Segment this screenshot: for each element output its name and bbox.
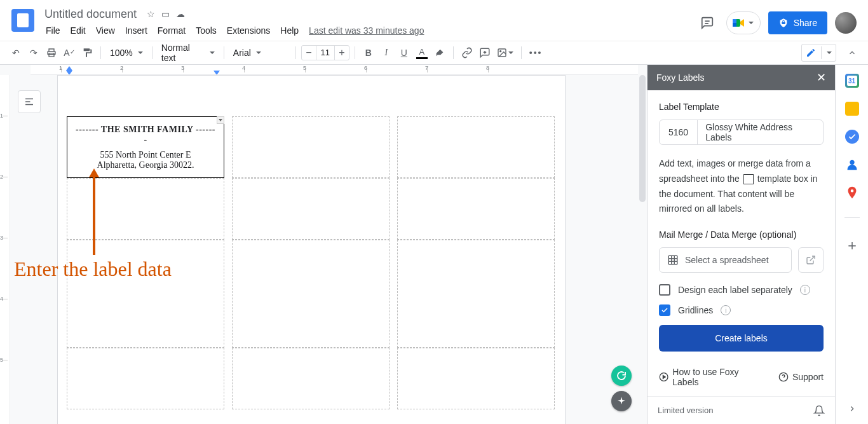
document-page[interactable]: ------- THE SMITH FAMILY ------- 555 Nor… xyxy=(57,75,566,424)
document-title[interactable]: Untitled document xyxy=(41,8,140,21)
editing-mode-dropdown[interactable] xyxy=(801,44,836,62)
label-line1: ------- THE SMITH FAMILY ------- xyxy=(75,125,216,145)
label-cell[interactable] xyxy=(232,348,390,409)
label-line2: 555 North Point Center E xyxy=(75,150,216,160)
menu-help[interactable]: Help xyxy=(275,23,304,38)
paint-format-button[interactable] xyxy=(79,44,95,61)
notifications-icon[interactable] xyxy=(813,405,825,416)
account-avatar[interactable] xyxy=(835,12,857,34)
label-cell[interactable] xyxy=(397,116,555,178)
keep-icon[interactable] xyxy=(845,102,859,116)
design-each-label: Design each label separately xyxy=(678,285,792,295)
section-label-template: Label Template xyxy=(659,102,824,112)
svg-point-28 xyxy=(850,189,853,193)
svg-rect-3 xyxy=(733,19,736,23)
move-icon[interactable]: ▭ xyxy=(161,9,170,19)
text-color-button[interactable]: A xyxy=(414,44,430,61)
redo-button[interactable]: ↷ xyxy=(25,44,42,61)
addon-sidebar: Foxy Labels ✕ Label Template 5160 Glossy… xyxy=(647,65,835,424)
menu-bar: File Edit View Insert Format Tools Exten… xyxy=(41,22,696,39)
annotation-arrow xyxy=(88,168,100,257)
font-size-increase[interactable]: + xyxy=(335,47,349,58)
docs-logo[interactable] xyxy=(11,9,34,32)
collapse-toolbar-button[interactable] xyxy=(844,44,860,61)
howto-link[interactable]: How to use Foxy Labels xyxy=(659,367,763,387)
svg-rect-4 xyxy=(733,23,736,27)
svg-line-22 xyxy=(810,256,815,261)
vertical-ruler[interactable]: 1 2 3 4 5 xyxy=(0,75,10,424)
comments-icon[interactable] xyxy=(696,11,719,34)
star-icon[interactable]: ☆ xyxy=(147,9,155,19)
label-cell[interactable] xyxy=(397,240,555,348)
menu-edit[interactable]: Edit xyxy=(65,23,91,38)
support-link[interactable]: Support xyxy=(778,367,824,387)
label-cell[interactable] xyxy=(397,348,555,409)
maps-icon[interactable] xyxy=(845,186,859,200)
label-cell[interactable] xyxy=(67,348,224,409)
grammarly-icon[interactable] xyxy=(611,366,632,386)
calendar-icon[interactable]: 31 xyxy=(845,74,859,88)
sidebar-footer-text: Limited version xyxy=(658,406,713,415)
contacts-icon[interactable] xyxy=(845,158,859,172)
add-addon-button[interactable]: ＋ xyxy=(845,236,859,255)
template-box-icon xyxy=(743,174,754,184)
menu-insert[interactable]: Insert xyxy=(120,23,153,38)
bold-button[interactable]: B xyxy=(360,44,377,61)
undo-button[interactable]: ↶ xyxy=(8,44,24,61)
underline-button[interactable]: U xyxy=(396,44,412,61)
sidebar-help-text: Add text, images or merge data from a sp… xyxy=(659,156,824,217)
menu-file[interactable]: File xyxy=(41,23,65,38)
info-icon[interactable]: i xyxy=(721,305,731,315)
side-panel-rail: 31 ＋ xyxy=(835,65,868,424)
menu-view[interactable]: View xyxy=(91,23,120,38)
hide-panel-button[interactable] xyxy=(843,400,861,418)
close-icon[interactable]: ✕ xyxy=(817,71,826,85)
template-name: Glossy White Address Labels xyxy=(698,122,823,142)
gridlines-label: Gridlines xyxy=(678,305,713,315)
label-cell[interactable] xyxy=(232,178,390,240)
label-cell[interactable] xyxy=(232,116,390,178)
gridlines-checkbox[interactable] xyxy=(659,304,670,316)
svg-point-27 xyxy=(850,160,854,165)
svg-rect-5 xyxy=(782,22,785,24)
print-button[interactable] xyxy=(43,44,60,61)
insert-link-button[interactable] xyxy=(459,44,475,61)
label-cell[interactable] xyxy=(397,178,555,240)
select-spreadsheet-button[interactable]: Select a spreadsheet xyxy=(659,247,792,273)
last-edit-link[interactable]: Last edit was 33 minutes ago xyxy=(309,25,424,36)
horizontal-ruler[interactable]: 1 2 3 4 5 6 7 8 xyxy=(31,65,638,75)
svg-point-11 xyxy=(499,51,501,52)
toolbar: ↶ ↷ A✓ 100% Normal text Arial − 11 + B I… xyxy=(0,41,868,65)
highlight-button[interactable] xyxy=(431,44,448,61)
menu-tools[interactable]: Tools xyxy=(191,23,222,38)
open-spreadsheet-button[interactable] xyxy=(798,247,824,273)
font-dropdown[interactable]: Arial xyxy=(229,48,290,58)
outline-toggle-button[interactable] xyxy=(18,90,41,113)
paragraph-style-dropdown[interactable]: Normal text xyxy=(158,43,219,63)
explore-icon[interactable] xyxy=(611,391,632,411)
font-size-decrease[interactable]: − xyxy=(302,47,316,58)
cell-options-handle[interactable] xyxy=(217,116,224,124)
menu-extensions[interactable]: Extensions xyxy=(222,23,275,38)
add-comment-button[interactable] xyxy=(477,44,493,61)
create-labels-button[interactable]: Create labels xyxy=(659,325,824,352)
insert-image-button[interactable] xyxy=(494,44,516,61)
template-selector[interactable]: 5160 Glossy White Address Labels xyxy=(659,120,824,145)
meet-button[interactable] xyxy=(726,11,761,34)
spellcheck-button[interactable]: A✓ xyxy=(61,44,78,61)
svg-marker-24 xyxy=(663,376,665,379)
design-each-checkbox[interactable] xyxy=(659,284,670,296)
annotation-text: Enter the label data xyxy=(14,257,172,281)
font-size-control: − 11 + xyxy=(301,45,349,60)
italic-button[interactable]: I xyxy=(378,44,395,61)
share-button[interactable]: Share xyxy=(768,11,827,34)
tasks-icon[interactable] xyxy=(845,130,859,144)
font-size-value[interactable]: 11 xyxy=(316,46,335,60)
menu-format[interactable]: Format xyxy=(153,23,191,38)
info-icon[interactable]: i xyxy=(800,285,810,295)
cloud-status-icon[interactable]: ☁ xyxy=(176,9,185,19)
vertical-scrollbar[interactable] xyxy=(639,75,646,202)
label-cell[interactable] xyxy=(232,240,390,348)
more-tools-button[interactable]: ••• xyxy=(527,44,545,61)
zoom-dropdown[interactable]: 100% xyxy=(106,48,147,58)
